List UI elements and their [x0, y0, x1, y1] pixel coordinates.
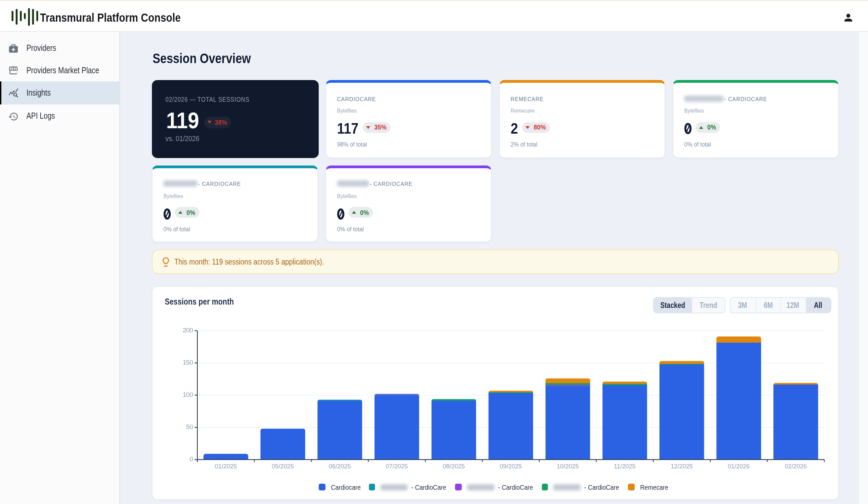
- svg-text:50: 50: [186, 423, 193, 430]
- svg-text:150: 150: [183, 359, 193, 366]
- svg-text:01/2026: 01/2026: [727, 463, 750, 470]
- svg-text:11/2025: 11/2025: [614, 463, 636, 470]
- svg-text:08/2025: 08/2025: [443, 463, 465, 470]
- svg-text:10/2025: 10/2025: [557, 463, 579, 470]
- svg-text:200: 200: [183, 327, 193, 334]
- svg-text:12/2025: 12/2025: [671, 463, 693, 470]
- svg-text:02/2026: 02/2026: [785, 463, 807, 470]
- svg-text:0: 0: [189, 455, 193, 463]
- svg-text:07/2025: 07/2025: [386, 463, 408, 470]
- svg-text:05/2025: 05/2025: [272, 463, 294, 470]
- svg-text:01/2025: 01/2025: [215, 463, 237, 470]
- svg-text:09/2025: 09/2025: [500, 463, 522, 470]
- svg-text:06/2025: 06/2025: [329, 463, 351, 470]
- svg-text:100: 100: [183, 391, 193, 398]
